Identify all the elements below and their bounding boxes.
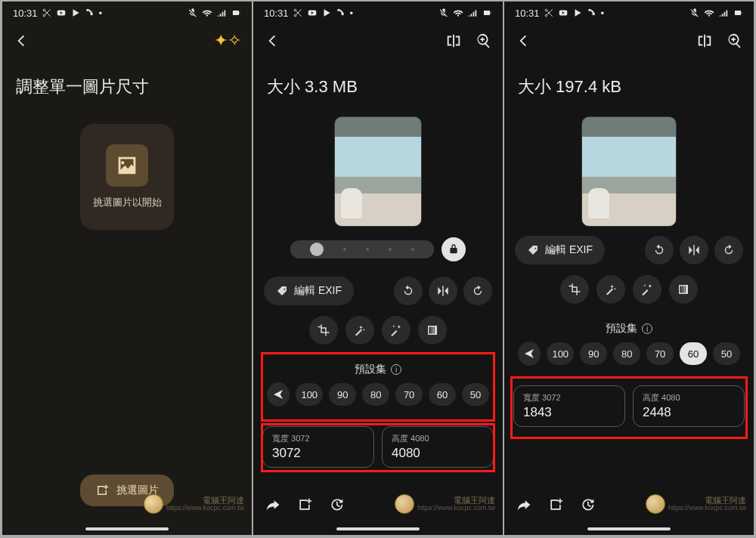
- call-icon: [85, 8, 95, 18]
- tag-icon: [276, 285, 288, 297]
- size-title: 大小 197.4 kB: [504, 57, 754, 107]
- mute-icon: [187, 8, 198, 18]
- play-icon: [321, 8, 332, 18]
- image-icon: [106, 144, 148, 187]
- play-icon: [572, 8, 583, 18]
- zoom-in-icon[interactable]: [727, 32, 743, 49]
- nav-handle[interactable]: [336, 527, 420, 530]
- clock: 10:31: [515, 8, 540, 19]
- preset-100[interactable]: 100: [547, 342, 574, 365]
- battery-icon: [733, 8, 743, 18]
- flip-button[interactable]: [429, 277, 457, 305]
- call-icon: [336, 8, 346, 18]
- preset-50[interactable]: 50: [713, 342, 740, 365]
- enhance-button[interactable]: [382, 316, 411, 345]
- quality-slider[interactable]: [290, 240, 434, 258]
- preset-70[interactable]: 70: [395, 383, 423, 406]
- image-preview[interactable]: [334, 116, 422, 227]
- filter-button[interactable]: [669, 275, 698, 304]
- enhance-button[interactable]: [633, 275, 662, 304]
- watermark-face-icon: [646, 494, 665, 514]
- preset-60[interactable]: 60: [429, 383, 456, 406]
- flip-button[interactable]: [680, 236, 708, 264]
- status-bar: 10:31 •: [504, 2, 754, 24]
- info-icon[interactable]: i: [642, 323, 652, 334]
- back-icon[interactable]: [13, 32, 29, 49]
- preset-send-button[interactable]: [267, 382, 290, 407]
- app-bar: ✦✧: [2, 24, 252, 57]
- rotate-right-button[interactable]: [463, 277, 492, 305]
- share-icon[interactable]: [265, 497, 280, 512]
- screen-2: 10:31 • 大小 3.3 MB: [253, 2, 503, 535]
- preset-block: 預設集 i 100 90 80 70 60 50: [512, 314, 746, 375]
- pick-another-icon[interactable]: [297, 497, 312, 512]
- edit-exif-chip[interactable]: 編輯 EXIF: [264, 277, 354, 305]
- app-bar: [253, 24, 503, 57]
- magic-button[interactable]: [345, 316, 374, 345]
- wifi-icon: [453, 8, 463, 18]
- filter-button[interactable]: [418, 316, 447, 345]
- height-input[interactable]: 高度 4080 4080: [382, 426, 494, 468]
- preset-70[interactable]: 70: [646, 342, 674, 365]
- rotate-left-button[interactable]: [394, 277, 423, 305]
- preset-50[interactable]: 50: [462, 383, 489, 406]
- edit-exif-chip[interactable]: 編輯 EXIF: [515, 236, 605, 264]
- crop-button[interactable]: [560, 275, 589, 304]
- watermark: 電腦王阿達 https://www.kocpc.com.tw: [646, 494, 746, 514]
- back-icon[interactable]: [264, 32, 280, 49]
- battery-icon: [231, 8, 241, 18]
- nav-handle[interactable]: [85, 527, 169, 530]
- watermark-face-icon: [144, 494, 163, 514]
- watermark: 電腦王阿達 https://www.kocpc.com.tw: [395, 494, 495, 514]
- signal-icon: [216, 8, 227, 18]
- play-icon: [70, 8, 81, 18]
- history-icon[interactable]: [580, 497, 595, 512]
- more-indicator: •: [99, 8, 103, 19]
- info-icon[interactable]: i: [391, 364, 401, 375]
- preset-60[interactable]: 60: [680, 342, 707, 365]
- width-input[interactable]: 寬度 3072 3072: [262, 426, 374, 468]
- preset-80[interactable]: 80: [362, 383, 389, 406]
- battery-icon: [482, 8, 492, 18]
- mute-icon: [689, 8, 700, 18]
- preset-90[interactable]: 90: [329, 383, 356, 406]
- preset-90[interactable]: 90: [580, 342, 607, 365]
- preset-80[interactable]: 80: [613, 342, 640, 365]
- share-icon[interactable]: [516, 497, 531, 512]
- status-bar: 10:31 •: [2, 2, 252, 24]
- signal-icon: [467, 8, 478, 18]
- pick-another-icon[interactable]: [548, 497, 563, 512]
- crop-button[interactable]: [309, 316, 338, 345]
- rotate-left-button[interactable]: [645, 236, 674, 264]
- preset-send-button[interactable]: [518, 342, 541, 366]
- rotate-right-button[interactable]: [714, 236, 743, 264]
- preset-100[interactable]: 100: [296, 383, 323, 406]
- history-icon[interactable]: [329, 497, 344, 512]
- back-icon[interactable]: [515, 32, 531, 49]
- scissors-icon: [293, 8, 303, 18]
- lock-aspect-button[interactable]: [442, 237, 466, 261]
- compare-icon[interactable]: [696, 32, 713, 49]
- nav-handle[interactable]: [587, 527, 671, 530]
- pick-image-label: 挑選圖片以開始: [93, 196, 162, 209]
- preset-label: 預設集: [606, 322, 637, 335]
- screen-3: 10:31 • 大小 197.4 kB 編輯 EXIF: [504, 2, 754, 535]
- sparkle-icon[interactable]: ✦✧: [214, 31, 241, 51]
- wifi-icon: [202, 8, 212, 18]
- image-add-icon: [95, 484, 109, 497]
- width-input[interactable]: 寬度 3072 1843: [513, 385, 625, 427]
- youtube-icon: [558, 8, 569, 18]
- preset-block: 預設集 i 100 90 80 70 60 50: [261, 355, 495, 416]
- youtube-icon: [56, 8, 67, 18]
- magic-button[interactable]: [596, 275, 625, 304]
- call-icon: [587, 8, 597, 18]
- pick-image-card[interactable]: 挑選圖片以開始: [80, 124, 174, 230]
- height-input[interactable]: 高度 4080 2448: [633, 385, 745, 427]
- scissors-icon: [544, 8, 554, 18]
- compare-icon[interactable]: [445, 32, 462, 49]
- zoom-in-icon[interactable]: [476, 32, 492, 49]
- wifi-icon: [704, 8, 714, 18]
- image-preview[interactable]: [581, 116, 677, 227]
- youtube-icon: [307, 8, 318, 18]
- clock: 10:31: [13, 8, 38, 19]
